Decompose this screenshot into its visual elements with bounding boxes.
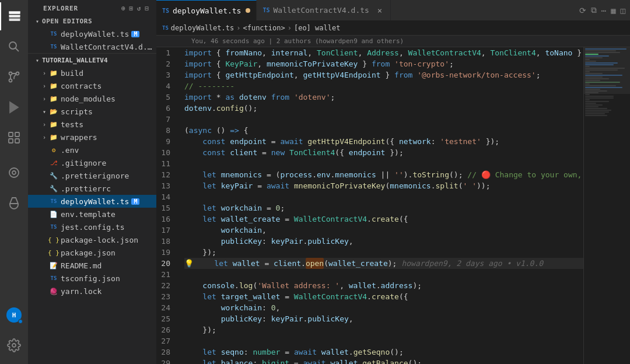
file-env-template-icon: 📄 <box>49 209 58 219</box>
code-editor[interactable]: import { fromNano, internal, TonClient, … <box>182 47 583 364</box>
line-num-25: 25 <box>156 313 175 324</box>
line-num-11: 11 <box>156 158 175 169</box>
settings-activity-icon[interactable] <box>0 331 28 359</box>
more-actions-icon[interactable]: ⋯ <box>601 6 606 15</box>
minimap-line <box>585 99 590 100</box>
file-prettierrc[interactable]: 🔧 .prettierrc <box>28 182 156 195</box>
split-editor-icon[interactable]: ⧉ <box>591 5 597 15</box>
remote-activity-icon[interactable] <box>0 159 28 187</box>
refresh-icon[interactable]: ↺ <box>137 5 142 12</box>
file-tsconfig-arrow <box>40 274 49 283</box>
code-bulb-icon[interactable]: 💡 <box>184 258 194 269</box>
svg-point-14 <box>12 171 16 174</box>
root-label: TUTORIAL_WALLETV4 <box>42 57 108 64</box>
folder-wrappers[interactable]: 📁 wrappers <box>28 131 156 144</box>
file-yarn-lock[interactable]: 🧶 yarn.lock <box>28 285 156 298</box>
search-activity-icon[interactable] <box>0 33 28 61</box>
code-line-8: (async () => { <box>184 125 583 136</box>
file-package-json-icon: { } <box>49 248 58 257</box>
file-gitignore-arrow <box>40 158 49 167</box>
file-readme-arrow <box>40 261 49 270</box>
minimap-line <box>585 111 609 113</box>
editor-area: 1 2 3 4 5 6 7 8 9 10 11 12 13 14 15 16 1… <box>156 47 630 364</box>
folder-node-modules[interactable]: 📁 node_modules <box>28 92 156 105</box>
open-editors-header[interactable]: OPEN EDITORS <box>28 15 156 27</box>
code-line-24: workchain: 0, <box>184 302 583 313</box>
line-num-29: 29 <box>156 358 175 364</box>
file-yarn-lock-icon: 🧶 <box>49 286 58 296</box>
code-line-10: const client = new TonClient4({ endpoint… <box>184 147 583 158</box>
file-tsconfig[interactable]: TS tsconfig.json <box>28 272 156 285</box>
file-readme[interactable]: 📝 README.md <box>28 259 156 272</box>
breadcrumb-function[interactable]: <function> <box>243 24 285 32</box>
tab-walletContract[interactable]: TS WalletContractV4.d.ts × <box>257 0 390 20</box>
new-folder-icon[interactable]: ⊞ <box>129 5 134 12</box>
minimap-viewport <box>584 47 630 94</box>
file-gitignore[interactable]: ⎇ .gitignore <box>28 156 156 169</box>
folder-contracts[interactable]: 📁 contracts <box>28 79 156 92</box>
extensions-activity-icon[interactable] <box>0 124 28 152</box>
folder-tests[interactable]: 📁 tests <box>28 118 156 131</box>
file-jest-config[interactable]: TS jest.config.ts <box>28 220 156 233</box>
open-editor-walletContract[interactable]: TS WalletContractV4.d.ts <box>28 40 156 53</box>
breadcrumb-wallet[interactable]: [eo] wallet <box>294 24 340 32</box>
file-yarn-lock-arrow <box>40 286 49 296</box>
activity-bar: H <box>0 0 28 364</box>
code-line-18: publicKey: keyPair.publicKey, <box>184 236 583 247</box>
code-line-17: workchain, <box>184 225 583 236</box>
file-package-json-label: package.json <box>61 249 116 257</box>
line-num-1: 1 <box>156 47 175 58</box>
git-activity-icon[interactable] <box>0 63 28 91</box>
accounts-activity-icon[interactable]: H <box>0 301 28 329</box>
svg-rect-11 <box>9 139 13 143</box>
svg-point-7 <box>9 79 12 82</box>
line-num-13: 13 <box>156 180 175 191</box>
collapse-icon[interactable]: ⊟ <box>145 5 149 12</box>
file-package-json[interactable]: { } package.json <box>28 246 156 259</box>
file-prettierignore-label: .prettierignore <box>61 172 129 180</box>
file-deployWallet[interactable]: TS deployWallet.ts M <box>28 195 156 208</box>
line-num-26: 26 <box>156 324 175 335</box>
open-editor-deployWallet-label: deployWallet.ts <box>61 30 129 38</box>
explorer-activity-icon[interactable] <box>0 2 28 30</box>
svg-rect-2 <box>9 19 20 20</box>
root-arrow <box>33 55 42 65</box>
line-num-17: 17 <box>156 225 175 236</box>
line-num-14: 14 <box>156 191 175 202</box>
code-line-5: import * as dotenv from 'dotenv'; <box>184 92 583 103</box>
tab-deployWallet[interactable]: TS deployWallet.ts <box>156 0 257 20</box>
breadcrumb-file[interactable]: deployWallet.ts <box>171 24 234 32</box>
file-env-template[interactable]: 📄 env.template <box>28 208 156 220</box>
code-line-6: dotenv.config(); <box>184 103 583 114</box>
code-line-2: import { KeyPair, mnemonicToPrivateKey }… <box>184 58 583 69</box>
open-editor-deployWallet[interactable]: TS deployWallet.ts M <box>28 27 156 40</box>
tab-close-button[interactable]: × <box>375 6 384 15</box>
new-file-icon[interactable]: ⊕ <box>121 5 126 12</box>
file-readme-label: README.md <box>61 261 102 270</box>
open-editors-section: OPEN EDITORS TS deployWallet.ts M TS Wal… <box>28 15 156 54</box>
code-line-27 <box>184 335 583 346</box>
file-prettierignore[interactable]: 🔧 .prettierignore <box>28 169 156 182</box>
file-env[interactable]: ⚙ .env <box>28 144 156 156</box>
minimap[interactable] <box>583 47 630 364</box>
test-activity-icon[interactable] <box>0 189 28 217</box>
debug-activity-icon[interactable] <box>0 93 28 121</box>
toggle-sidebar-icon[interactable]: ◫ <box>621 6 625 15</box>
folder-scripts[interactable]: 📂 scripts <box>28 105 156 118</box>
modified-badge: M <box>131 31 139 37</box>
editor-layout-icon[interactable]: ▦ <box>611 6 615 15</box>
folder-node-modules-label: node_modules <box>61 94 116 103</box>
svg-point-3 <box>9 42 16 49</box>
svg-marker-8 <box>10 102 18 113</box>
code-line-28: let seqno: number = await wallet.getSeqn… <box>184 346 583 358</box>
history-icon[interactable]: ⟳ <box>579 6 586 15</box>
line-num-10: 10 <box>156 147 175 158</box>
svg-rect-0 <box>9 12 20 13</box>
explorer-root[interactable]: TUTORIAL_WALLETV4 <box>28 54 156 66</box>
open-editors-arrow <box>33 16 42 26</box>
code-line-21 <box>184 269 583 280</box>
folder-build[interactable]: 📁 build <box>28 66 156 79</box>
file-package-lock[interactable]: { } package-lock.json <box>28 233 156 246</box>
svg-rect-9 <box>9 132 13 136</box>
breadcrumb-ts-icon: TS <box>162 25 169 31</box>
